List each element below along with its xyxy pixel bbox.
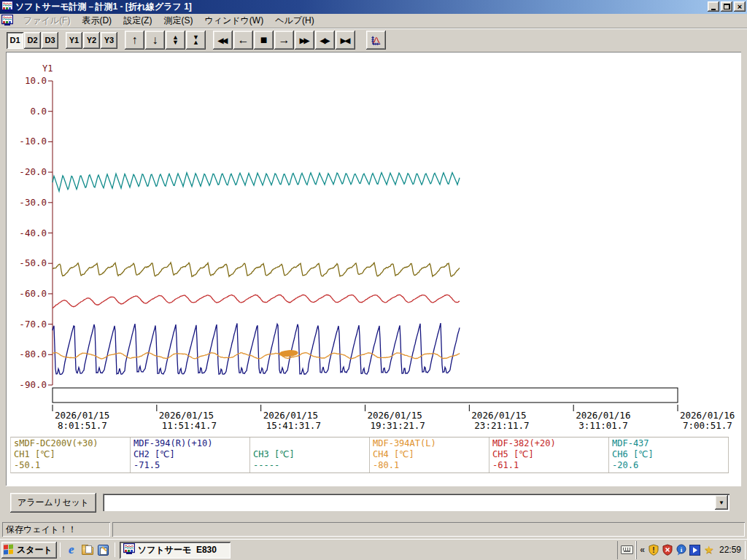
svg-text:-30.0: -30.0: [19, 197, 47, 208]
channel-value: -71.5: [133, 460, 247, 471]
scroll-down-button[interactable]: ↓: [145, 31, 165, 50]
menu-item-4[interactable]: ウィンドウ(W): [198, 13, 269, 28]
scroll-right-button[interactable]: →: [274, 31, 294, 50]
channel-legend: sMDF-DC200V(+30)CH1 [℃]-50.1MDF-394(R)(+…: [10, 437, 729, 473]
display-d1-button[interactable]: D1: [7, 32, 23, 49]
menu-bar: ファイル(F)表示(D)設定(Z)測定(S)ウィンドウ(W)ヘルプ(H) ×: [0, 14, 747, 28]
svg-text:19:31:21.7: 19:31:21.7: [371, 420, 425, 431]
fast-forward-button[interactable]: ▶▶: [295, 31, 314, 50]
window-restore-button[interactable]: [721, 1, 732, 12]
stop-button[interactable]: ■: [254, 31, 274, 50]
svg-text:2026/01/16: 2026/01/16: [576, 410, 630, 421]
keyboard-icon: [621, 545, 633, 554]
channel-label: CH6 [℃]: [612, 449, 725, 460]
display-d2-button[interactable]: D2: [24, 32, 41, 49]
svg-text:Y1: Y1: [42, 63, 53, 74]
tray-chevron-icon[interactable]: «: [639, 545, 646, 555]
svg-text:-40.0: -40.0: [19, 228, 47, 238]
svg-text:-60.0: -60.0: [19, 288, 47, 299]
media-play-tile-icon[interactable]: [689, 544, 701, 556]
channel-label: CH4 [℃]: [373, 449, 486, 460]
taskbar-task-button[interactable]: ソフトサーモ E830: [120, 542, 231, 559]
folder-icon[interactable]: [80, 542, 95, 557]
channel-value: -80.1: [373, 460, 486, 471]
document-icon[interactable]: [1, 15, 13, 28]
toolbar: D1D2D3Y1Y2Y3↑↓▲ ▼▼ ▲◀◀←■→▶▶◀▶▶◀: [0, 28, 747, 52]
star-icon[interactable]: ★: [703, 544, 715, 556]
windows-logo-icon: [4, 544, 15, 555]
status-bar: 保存ウェイト！！: [0, 520, 747, 539]
internet-explorer-icon[interactable]: e: [64, 542, 79, 557]
expand-horizontal-button[interactable]: ◀▶: [315, 31, 335, 50]
app-window-titlebar[interactable]: ソフトサーモ計測－計測1 - [折れ線グラフ 1] ×: [0, 0, 747, 14]
channel-label: CH2 [℃]: [133, 449, 247, 460]
scroll-up-icon: ↑: [132, 34, 138, 47]
svg-text:-70.0: -70.0: [19, 319, 47, 330]
menu-item-0[interactable]: ファイル(F): [18, 13, 76, 28]
expand-vertical-button[interactable]: ▲ ▼: [166, 31, 185, 50]
scroll-up-button[interactable]: ↑: [125, 31, 144, 50]
svg-text:-20.0: -20.0: [19, 166, 47, 177]
compress-vertical-button[interactable]: ▼ ▲: [186, 31, 206, 50]
series-ch2: [53, 323, 460, 374]
series-ch5: [53, 295, 460, 308]
svg-text:2026/01/15: 2026/01/15: [159, 410, 214, 421]
legend-cell-ch2: MDF-394(R)(+10)CH2 [℃]-71.5: [131, 438, 250, 472]
alarm-reset-button[interactable]: アラームリセット: [10, 493, 96, 513]
window-close-button[interactable]: ×: [734, 1, 746, 12]
alarm-dropdown[interactable]: ▼: [103, 494, 729, 511]
compress-horizontal-button[interactable]: ▶◀: [336, 31, 355, 50]
display-d3-button[interactable]: D3: [42, 32, 58, 49]
language-bar[interactable]: [617, 541, 636, 559]
desktop: ソフトサーモ計測－計測1 - [折れ線グラフ 1] × ファイル(F)表示(D)…: [0, 0, 747, 560]
menu-item-3[interactable]: 測定(S): [158, 13, 198, 28]
security-warning-shield-icon[interactable]: !: [648, 544, 659, 556]
fast-rewind-icon: ◀◀: [218, 36, 228, 44]
channel-name: MDF-394AT(L): [373, 438, 486, 449]
channel-label: CH1 [℃]: [14, 449, 127, 460]
axis-y2-button[interactable]: Y2: [83, 32, 100, 49]
channel-value: -61.1: [492, 460, 605, 471]
taskbar: スタート e ソフトサーモ E830 « ! i: [0, 539, 747, 560]
series-ch4: [53, 353, 460, 359]
fast-rewind-button[interactable]: ◀◀: [213, 31, 233, 50]
security-alert-shield-icon[interactable]: [662, 544, 673, 556]
start-button[interactable]: スタート: [1, 542, 57, 559]
task-app-icon: [123, 543, 135, 556]
minimize-icon: [711, 9, 716, 10]
menu-item-1[interactable]: 表示(D): [76, 13, 117, 28]
series-ch1: [53, 262, 460, 276]
legend-cell-ch5: MDF-382(+20)CH5 [℃]-61.1: [489, 438, 609, 472]
svg-text:-50.0: -50.0: [19, 257, 47, 268]
svg-text:-10.0: -10.0: [19, 136, 47, 147]
status-extra: [112, 522, 745, 537]
menu-item-5[interactable]: ヘルプ(H): [269, 13, 320, 28]
channel-name: MDF-437: [612, 438, 725, 449]
window-minimize-button[interactable]: [708, 1, 719, 12]
close-icon: ×: [738, 3, 742, 10]
svg-text:0.0: 0.0: [30, 106, 47, 117]
axis-y3-button[interactable]: Y3: [101, 32, 117, 49]
channel-label: CH3 [℃]: [253, 449, 366, 460]
menu-item-2[interactable]: 設定(Z): [117, 13, 158, 28]
line-chart: Y110.00.0-10.0-20.0-30.0-40.0-50.0-60.0-…: [6, 52, 741, 435]
expand-vertical-icon: ▲ ▼: [172, 35, 179, 45]
tray-clock[interactable]: 22:59: [719, 545, 741, 555]
dropdown-arrow-button[interactable]: ▼: [715, 495, 728, 510]
svg-text:-90.0: -90.0: [19, 379, 47, 390]
channel-value: -----: [253, 460, 366, 471]
line-graph-settings-button[interactable]: [366, 31, 386, 50]
app-icon[interactable]: [1, 1, 13, 14]
axis-y1-button[interactable]: Y1: [66, 32, 82, 49]
svg-text:!: !: [652, 546, 654, 554]
channel-value: -20.6: [612, 460, 725, 471]
channel-name: sMDF-DC200V(+30): [14, 438, 127, 449]
svg-text:2026/01/15: 2026/01/15: [55, 410, 109, 421]
show-desktop-icon[interactable]: [96, 542, 111, 557]
scroll-right-icon: →: [279, 34, 290, 47]
graph-client-area: Y110.00.0-10.0-20.0-30.0-40.0-50.0-60.0-…: [6, 52, 741, 519]
info-balloon-icon[interactable]: i: [676, 544, 687, 556]
svg-text:-80.0: -80.0: [19, 349, 47, 359]
svg-text:2026/01/15: 2026/01/15: [368, 410, 422, 421]
scroll-left-button[interactable]: ←: [233, 31, 253, 50]
